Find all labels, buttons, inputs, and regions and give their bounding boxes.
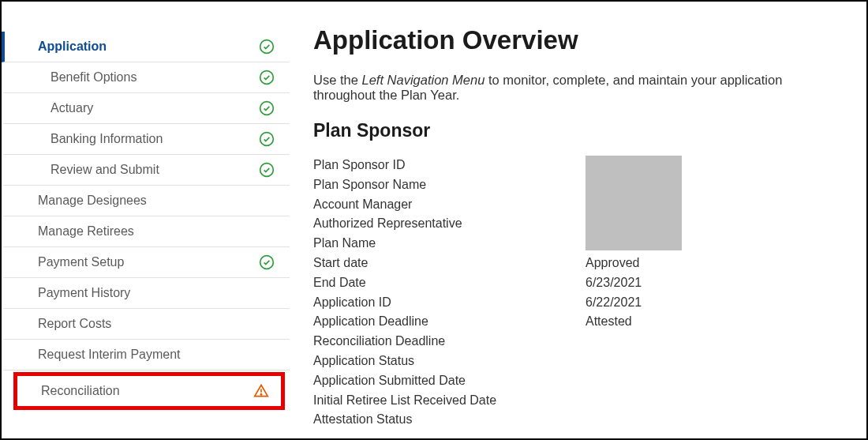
intro-prefix: Use the	[313, 73, 361, 87]
svg-point-4	[260, 164, 274, 177]
nav-item-label: Banking Information	[51, 131, 163, 146]
nav-item-label: Application	[38, 39, 107, 54]
field-label: Application Status	[313, 352, 586, 371]
blank-icon	[258, 192, 275, 209]
svg-point-2	[260, 102, 274, 115]
main-content: Application Overview Use the Left Naviga…	[290, 2, 866, 438]
field-value: 6/22/2021	[586, 293, 642, 313]
nav-item-label: Manage Retirees	[38, 224, 134, 239]
nav-item-application[interactable]: Application	[2, 32, 290, 62]
nav-item-manage-retirees[interactable]: Manage Retirees	[2, 216, 290, 247]
field-label: Initial Retiree List Received Date	[313, 391, 586, 411]
svg-point-5	[260, 256, 274, 269]
field-value: Attested	[586, 312, 632, 332]
blank-icon	[258, 315, 275, 333]
blank-icon	[258, 223, 275, 240]
field-label: Authorized Representative	[313, 214, 586, 234]
plan-sponsor-fields: Plan Sponsor ID Plan Sponsor Name Accoun…	[313, 156, 843, 430]
field-label: Plan Sponsor ID	[313, 156, 586, 175]
left-nav: Application Benefit Options Actuary	[2, 2, 290, 438]
svg-point-1	[260, 71, 274, 85]
nav-item-banking-information[interactable]: Banking Information	[2, 124, 290, 155]
blank-icon	[258, 284, 275, 302]
nav-item-benefit-options[interactable]: Benefit Options	[2, 62, 290, 93]
check-circle-icon	[258, 69, 275, 86]
nav-item-reconciliation[interactable]: Reconciliation	[17, 376, 281, 406]
window-frame: Application Benefit Options Actuary	[0, 0, 868, 440]
nav-item-review-submit[interactable]: Review and Submit	[2, 155, 290, 186]
field-label: End Date	[313, 273, 586, 293]
nav-item-actuary[interactable]: Actuary	[2, 93, 290, 124]
field-label: Plan Sponsor Name	[313, 175, 586, 195]
check-circle-icon	[258, 254, 275, 271]
nav-item-payment-history[interactable]: Payment History	[2, 278, 290, 309]
nav-item-label: Review and Submit	[51, 162, 159, 177]
field-label: Application Submitted Date	[313, 371, 586, 391]
field-label: Account Manager	[313, 195, 586, 215]
section-heading-plan-sponsor: Plan Sponsor	[313, 120, 843, 141]
field-value: 6/23/2021	[586, 273, 642, 293]
nav-item-label: Request Interim Payment	[38, 347, 181, 362]
check-circle-icon	[258, 100, 275, 117]
nav-item-label: Payment History	[38, 285, 130, 300]
field-label: Application Deadline	[313, 312, 586, 332]
nav-item-label: Benefit Options	[51, 70, 137, 85]
field-label: Reconciliation Deadline	[313, 332, 586, 352]
nav-item-label: Actuary	[51, 100, 93, 115]
check-circle-icon	[258, 130, 275, 148]
field-label: Attestation Status	[313, 410, 586, 430]
nav-item-report-costs[interactable]: Report Costs	[2, 309, 290, 340]
page-title: Application Overview	[313, 25, 843, 55]
nav-item-label: Manage Designees	[38, 193, 147, 208]
nav-item-payment-setup[interactable]: Payment Setup	[2, 247, 290, 278]
field-label: Application ID	[313, 293, 586, 313]
field-label: Start date	[313, 254, 586, 273]
nav-item-label: Report Costs	[38, 316, 111, 331]
field-value: Approved	[586, 254, 640, 273]
layout: Application Benefit Options Actuary	[2, 2, 866, 438]
svg-point-3	[260, 133, 274, 146]
field-label: Plan Name	[313, 234, 586, 254]
nav-item-manage-designees[interactable]: Manage Designees	[2, 186, 290, 216]
nav-item-label: Payment Setup	[38, 254, 124, 269]
intro-text: Use the Left Navigation Menu to monitor,…	[313, 73, 843, 103]
highlight-annotation: Reconciliation	[13, 372, 285, 410]
nav-item-request-interim-payment[interactable]: Request Interim Payment	[2, 340, 290, 370]
check-circle-icon	[258, 161, 275, 179]
redacted-block	[586, 156, 682, 250]
svg-point-7	[260, 394, 261, 395]
check-circle-icon	[258, 38, 275, 55]
warning-triangle-icon	[253, 382, 270, 400]
svg-point-0	[260, 40, 274, 54]
blank-icon	[258, 346, 275, 363]
nav-item-label: Reconciliation	[41, 383, 120, 398]
intro-emphasis: Left Navigation Menu	[361, 73, 485, 87]
